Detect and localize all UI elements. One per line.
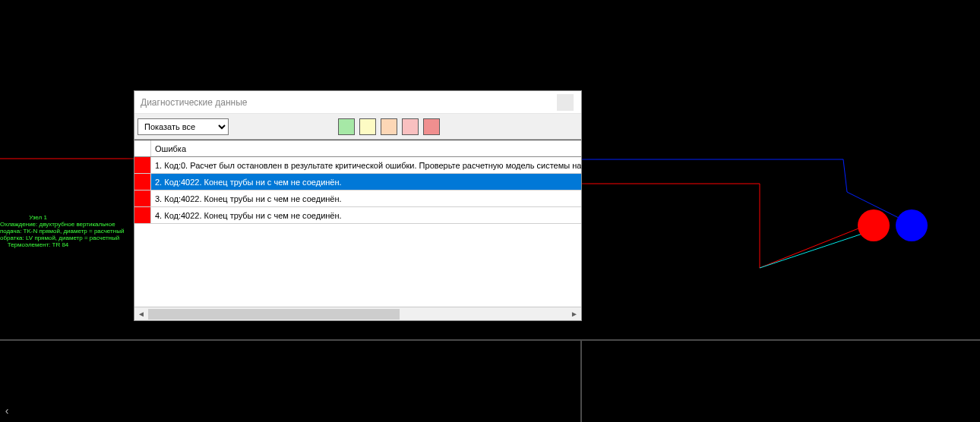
node-info-line: Охлаждение: двухтрубное вертикальное xyxy=(0,221,76,228)
color-swatch-group xyxy=(338,118,440,135)
red-node-icon xyxy=(858,209,890,241)
row-text: 4. Код:4022. Конец трубы ни с чем не сое… xyxy=(151,207,581,223)
swatch-green[interactable] xyxy=(338,118,355,135)
row-marker-icon xyxy=(134,207,151,223)
swatch-yellow[interactable] xyxy=(359,118,376,135)
scroll-thumb[interactable] xyxy=(148,309,400,320)
table-row[interactable]: 1. Код:0. Расчет был остановлен в резуль… xyxy=(134,157,581,174)
swatch-pink[interactable] xyxy=(402,118,419,135)
close-button[interactable] xyxy=(557,94,574,111)
diagnostics-grid: Ошибка 1. Код:0. Расчет был остановлен в… xyxy=(134,140,581,320)
row-text: 2. Код:4022. Конец трубы ни с чем не сое… xyxy=(151,174,581,190)
row-marker-icon xyxy=(134,174,151,190)
node-info-line: подача: TK-N прямой, диаметр = расчетный xyxy=(0,228,76,235)
node-info-line: Термоэлемент: TR 84 xyxy=(0,241,76,248)
scroll-left-arrow-icon[interactable]: ◄ xyxy=(134,308,148,320)
row-text: 3. Код:4022. Конец трубы ни с чем не сое… xyxy=(151,191,581,206)
node-info-line: Узел 1 xyxy=(0,214,76,221)
node-info-block: Узел 1 Охлаждение: двухтрубное вертикаль… xyxy=(0,214,76,248)
dialog-titlebar[interactable]: Диагностические данные xyxy=(134,91,581,114)
grid-header-marker xyxy=(134,140,151,156)
grid-header-row: Ошибка xyxy=(134,140,581,157)
row-marker-icon xyxy=(134,191,151,206)
table-row[interactable]: 3. Код:4022. Конец трубы ни с чем не сое… xyxy=(134,191,581,207)
filter-select[interactable]: Показать все xyxy=(138,118,229,135)
diagnostics-dialog: Диагностические данные Показать все Ошиб… xyxy=(134,90,582,321)
node-info-line: обратка: LV прямой, диаметр = расчетный xyxy=(0,235,76,241)
row-text: 1. Код:0. Расчет был остановлен в резуль… xyxy=(151,157,581,173)
grid-body[interactable]: 1. Код:0. Расчет был остановлен в резуль… xyxy=(134,157,581,307)
horizontal-scrollbar[interactable]: ◄ ► xyxy=(134,307,581,320)
table-row[interactable]: 2. Код:4022. Конец трубы ни с чем не сое… xyxy=(134,174,581,191)
row-marker-icon xyxy=(134,157,151,173)
scroll-right-arrow-icon[interactable]: ► xyxy=(567,308,581,320)
grid-header-label[interactable]: Ошибка xyxy=(151,140,581,156)
blue-node-icon xyxy=(896,209,928,241)
dialog-toolbar: Показать все xyxy=(134,114,581,140)
collapse-panel-button[interactable]: ‹ xyxy=(0,399,14,422)
dialog-title: Диагностические данные xyxy=(141,97,557,108)
chevron-left-icon: ‹ xyxy=(5,405,9,417)
table-row[interactable]: 4. Код:4022. Конец трубы ни с чем не сое… xyxy=(134,207,581,224)
swatch-red[interactable] xyxy=(423,118,440,135)
swatch-peach[interactable] xyxy=(381,118,397,135)
scroll-track[interactable] xyxy=(148,308,567,320)
